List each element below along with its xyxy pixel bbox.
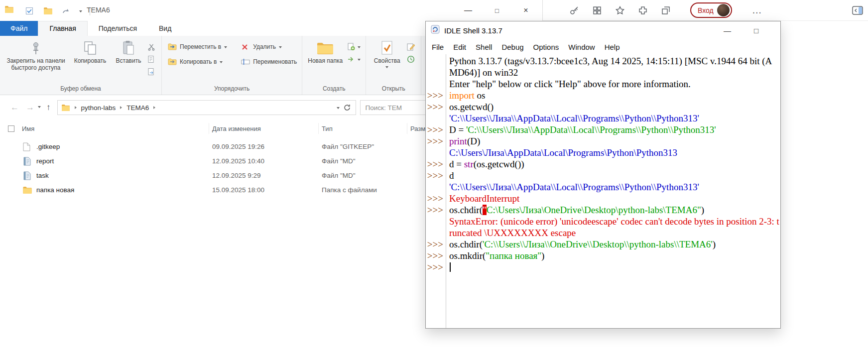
column-name-label: Имя [22,125,34,132]
idle-menubar: FileEditShellDebugOptionsWindowHelp [426,39,780,54]
menu-edit[interactable]: Edit [453,43,466,51]
tab-file[interactable]: Файл [0,21,38,36]
new-folder-button[interactable]: Новая папка [305,38,345,64]
cut-icon[interactable] [147,43,156,51]
shell-line: >>>os.getcwd() [426,101,780,113]
rename-icon [241,58,250,66]
idle-window-title: IDLE Shell 3.13.7 [444,26,502,35]
properties-icon [380,40,393,55]
column-header-type[interactable]: Тип [319,123,407,134]
signin-button[interactable]: Вход [690,2,732,18]
qat-new-folder-icon[interactable] [42,5,53,16]
shell-code: d [446,170,780,181]
shell-prompt: >>> [426,124,446,135]
shell-gutter [426,227,446,239]
up-button[interactable]: ↑ [43,103,54,113]
address-bar[interactable]: python-labs TEMA6 [57,100,356,115]
refresh-icon[interactable] [344,104,353,111]
idle-window: IDLE Shell 3.13.7 — □ FileEditShellDebug… [425,21,781,329]
text-cursor [450,262,451,272]
extensions-icon[interactable] [637,5,648,16]
paste-button[interactable]: Вставить [112,38,145,64]
desktop-screen: Вход … [0,0,868,360]
new-item-icon[interactable] [347,43,356,51]
minimize-button[interactable]: — [454,0,483,21]
md-file-icon [23,157,32,166]
copy-to-button[interactable]: Копировать в [168,58,227,66]
menu-window[interactable]: Window [568,43,595,51]
collections-icon[interactable] [660,5,671,16]
move-to-button[interactable]: Переместить в [168,43,227,51]
shell-line: >>> [426,261,780,273]
breadcrumb-tema6[interactable]: TEMA6 [126,104,149,112]
shell-text-segment: os.chdir( [449,205,483,215]
shell-code: print(D) [446,135,780,147]
dropdown-arrow-icon [358,59,361,62]
rename-label: Переименовать [253,58,297,65]
file-icon [23,142,32,151]
file-modified: 12.09.2025 10:40 [209,157,319,165]
shell-text-segment: os [475,90,486,101]
apps-grid-icon[interactable] [592,5,603,16]
tab-view[interactable]: Вид [148,21,182,36]
address-dropdown-icon[interactable] [337,107,340,111]
breadcrumb-python-labs[interactable]: python-labs [81,104,117,112]
shell-code: Python 3.13.7 (tags/v3.13.7:bcee1c3, Aug… [446,55,780,67]
column-header-name[interactable]: Имя [0,123,209,134]
shell-text-segment: import [449,90,475,101]
shell-text-segment: ) [541,250,544,261]
file-modified: 09.09.2025 19:26 [209,143,319,150]
menu-options[interactable]: Options [533,43,559,51]
tab-share[interactable]: Поделиться [88,21,148,36]
menu-help[interactable]: Help [605,43,620,51]
shell-prompt: >>> [426,170,446,181]
recent-locations-dropdown-icon[interactable] [38,106,41,110]
history-icon[interactable] [407,55,416,63]
shell-code: os.chdir("C:\Users\Лиза\OneDrive\Desktop… [446,204,780,216]
column-header-modified[interactable]: Дата изменения [209,123,319,134]
qat-dropdown-icon[interactable] [79,10,82,14]
favorites-star-icon[interactable] [615,5,625,16]
shell-lines: Python 3.13.7 (tags/v3.13.7:bcee1c3, Aug… [426,55,780,273]
password-key-icon[interactable] [569,5,580,16]
shell-text-segment: Python 3.13.7 (tags/v3.13.7:bcee1c3, Aug… [449,56,772,66]
shell-code: SyntaxError: (unicode error) 'unicodeesc… [446,216,780,227]
group-label-organize: Упорядочить [162,84,302,95]
shell-code: D = 'C:\\Users\\Лиза\\AppData\\Local\\Pr… [446,124,780,135]
copy-button[interactable]: Копировать [69,38,112,64]
sidebar-toggle-icon[interactable] [852,5,863,16]
tab-home[interactable]: Главная [38,21,87,36]
dropdown-arrow-icon [358,46,361,50]
properties-button[interactable]: Свойства [369,38,405,70]
idle-shell[interactable]: Python 3.13.7 (tags/v3.13.7:bcee1c3, Aug… [426,54,780,328]
qat-properties-icon[interactable] [24,5,35,16]
delete-button[interactable]: Удалить [241,43,297,51]
menu-file[interactable]: File [432,43,444,51]
menu-debug[interactable]: Debug [501,43,523,51]
menu-shell[interactable]: Shell [476,43,492,51]
qat-redo-icon[interactable] [61,5,72,16]
forward-button[interactable]: → [22,103,38,113]
file-type: Файл "MD" [319,172,407,179]
pin-label: Закрепить на панели быстрого доступа [3,57,69,72]
ribbon-group-new: Новая папка [302,36,366,95]
copy-path-icon[interactable] [147,55,156,63]
signin-label: Вход [698,6,714,14]
maximize-button[interactable]: □ [483,0,511,21]
close-button[interactable]: × [511,0,540,21]
easy-access-icon[interactable] [347,55,356,63]
back-button[interactable]: ← [7,103,22,113]
paste-shortcut-icon[interactable] [147,68,156,76]
idle-minimize-button[interactable]: — [724,26,731,35]
shell-code: d = str(os.getcwd()) [446,158,780,170]
move-to-icon [168,43,177,51]
idle-maximize-button[interactable]: □ [754,26,758,35]
shell-text-segment: C:\Users\Лиза\AppData\Local\Programs\Pyt… [449,147,677,158]
shell-text-segment: ) [701,205,704,215]
select-all-checkbox[interactable] [8,125,14,132]
ellipsis-menu-icon[interactable]: … [752,5,762,16]
rename-button[interactable]: Переименовать [241,58,297,66]
shell-line: >>>KeyboardInterrupt [426,193,780,204]
pin-to-quick-access-button[interactable]: Закрепить на панели быстрого доступа [3,38,69,72]
edit-icon[interactable] [407,43,416,51]
